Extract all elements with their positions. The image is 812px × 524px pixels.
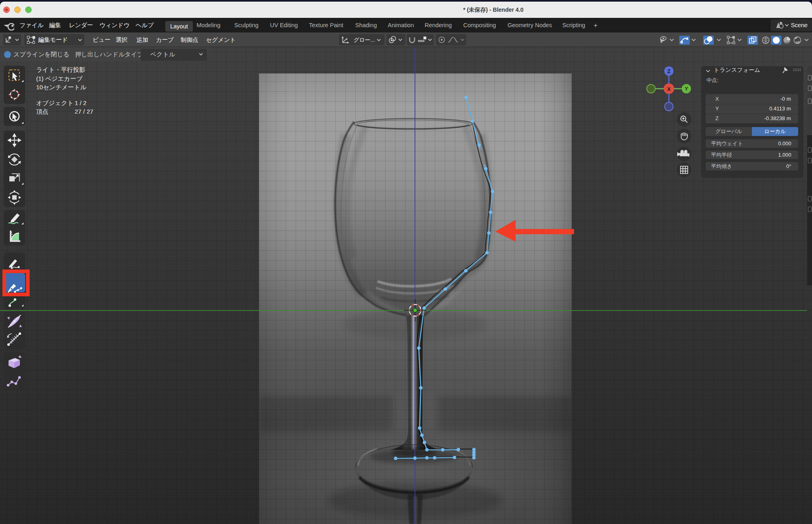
svg-text:Z: Z [667, 68, 671, 74]
svg-text:X: X [667, 86, 671, 92]
svg-text:Y: Y [685, 86, 688, 92]
